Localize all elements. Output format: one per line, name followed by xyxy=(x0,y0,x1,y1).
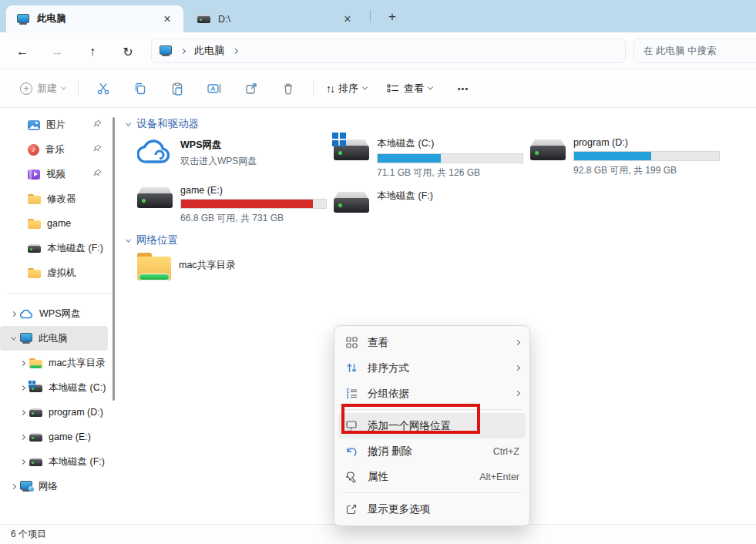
sidebar-item-videos[interactable]: 视频 xyxy=(0,162,122,186)
network-folder-icon xyxy=(137,253,171,280)
chevron-down-icon xyxy=(362,85,368,90)
close-tab-icon[interactable] xyxy=(339,11,356,28)
rename-button[interactable] xyxy=(196,75,233,102)
sidebar-item-this-pc[interactable]: 此电脑 xyxy=(0,326,108,351)
search-input[interactable] xyxy=(634,39,756,62)
menu-item-sort-by[interactable]: 排序方式 xyxy=(338,355,526,381)
view-label: 查看 xyxy=(404,82,424,96)
more-options-icon xyxy=(344,503,358,515)
sort-arrows-icon xyxy=(344,362,358,374)
pictures-icon xyxy=(28,120,40,130)
menu-item-view[interactable]: 查看 xyxy=(338,330,526,355)
rename-icon xyxy=(207,82,222,96)
shortcut-label: Alt+Enter xyxy=(479,472,519,482)
monitor-icon xyxy=(20,333,32,344)
submenu-chevron-icon xyxy=(515,391,520,396)
drive-tile-d[interactable]: program (D:) 92.8 GB 可用, 共 199 GB xyxy=(530,137,719,177)
sidebar-item-drive-d[interactable]: program (D:) xyxy=(0,400,122,425)
view-list-icon xyxy=(387,83,399,94)
sidebar-item-folder[interactable]: 虚拟机 xyxy=(0,260,122,285)
new-label: 新建 xyxy=(37,82,57,96)
menu-item-properties[interactable]: 属性 Alt+Enter xyxy=(338,464,526,489)
chevron-down-icon[interactable] xyxy=(10,334,15,340)
chevron-down-icon xyxy=(126,120,131,126)
drive-icon xyxy=(29,458,42,466)
section-devices-header[interactable]: 设备和驱动器 xyxy=(126,117,199,131)
sidebar-item-music[interactable]: 音乐 xyxy=(0,137,122,162)
new-button[interactable]: 新建 xyxy=(14,75,72,102)
drive-tile-f[interactable]: 本地磁盘 (F:) xyxy=(334,190,522,213)
drive-icon xyxy=(530,137,566,160)
sidebar-item-wps-cloud[interactable]: WPS网盘 xyxy=(0,301,122,326)
more-options-button[interactable] xyxy=(445,75,482,102)
chevron-right-icon[interactable] xyxy=(19,360,25,365)
disk-usage-bar xyxy=(573,151,720,161)
undo-icon xyxy=(344,445,358,458)
drive-tile-e[interactable]: game (E:) 66.8 GB 可用, 共 731 GB xyxy=(137,185,326,225)
menu-separator xyxy=(342,492,522,493)
share-button[interactable] xyxy=(233,75,270,102)
sidebar-scrollbar[interactable] xyxy=(113,117,115,401)
copy-button[interactable] xyxy=(122,75,159,102)
chevron-down-icon xyxy=(126,237,131,242)
address-bar[interactable]: 此电脑 xyxy=(151,39,626,63)
chevron-right-icon[interactable] xyxy=(19,458,25,464)
sidebar-item-drive-e[interactable]: game (E:) xyxy=(0,425,122,449)
file-explorer-window: 此电脑 D:\ 此电脑 新建 xyxy=(0,0,756,544)
drive-tile-c[interactable]: 本地磁盘 (C:) 71.1 GB 可用, 共 126 GB xyxy=(334,137,522,180)
menu-item-show-more-options[interactable]: 显示更多选项 xyxy=(338,496,526,522)
sidebar-item-drive-f[interactable]: 本地磁盘 (F:) xyxy=(0,236,122,260)
menu-item-undo-delete[interactable]: 撤消 删除 Ctrl+Z xyxy=(338,438,526,464)
share-icon xyxy=(244,82,258,96)
breadcrumb-this-pc[interactable]: 此电脑 xyxy=(194,44,224,58)
section-network-header[interactable]: 网络位置 xyxy=(126,233,178,247)
tab-label: 此电脑 xyxy=(37,12,159,25)
search-box[interactable] xyxy=(633,39,756,63)
network-location-tile[interactable]: mac共享目录 xyxy=(137,253,326,280)
paste-button[interactable] xyxy=(159,75,196,102)
tab-this-pc[interactable]: 此电脑 xyxy=(6,5,183,32)
chevron-right-icon[interactable] xyxy=(19,409,25,415)
sidebar-item-drive-f-tree[interactable]: 本地磁盘 (F:) xyxy=(0,449,122,474)
forward-button[interactable] xyxy=(47,42,67,62)
close-tab-icon[interactable] xyxy=(159,11,176,28)
grid-icon xyxy=(344,337,358,348)
drive-tile-wps[interactable]: WPS网盘 双击进入WPS网盘 xyxy=(137,139,326,168)
chevron-down-icon xyxy=(428,85,433,90)
sort-label: 排序 xyxy=(338,82,358,96)
menu-item-group-by[interactable]: 分组依据 xyxy=(338,381,526,406)
delete-button[interactable] xyxy=(270,75,307,102)
new-tab-button[interactable] xyxy=(381,7,404,27)
chevron-right-icon[interactable] xyxy=(10,483,15,489)
os-drive-icon xyxy=(334,137,369,160)
view-button[interactable]: 查看 xyxy=(381,75,438,102)
sort-button[interactable]: 排序 xyxy=(320,75,373,102)
status-bar: 6 个项目 xyxy=(0,524,756,544)
toolbar-separator xyxy=(78,80,79,97)
drive-icon xyxy=(29,433,42,442)
sidebar-item-drive-c[interactable]: 本地磁盘 (C:) xyxy=(0,375,122,400)
pin-icon xyxy=(93,144,102,153)
folder-icon xyxy=(28,219,41,229)
scissors-icon xyxy=(96,82,110,96)
up-button[interactable] xyxy=(82,42,102,62)
tab-drive-d[interactable]: D:\ xyxy=(186,5,364,32)
sidebar-item-pictures[interactable]: 图片 xyxy=(0,112,122,137)
chevron-right-icon[interactable] xyxy=(19,384,25,390)
music-icon xyxy=(28,144,39,156)
chevron-down-icon xyxy=(61,85,66,90)
cloud-icon xyxy=(20,309,33,319)
shortcut-label: Ctrl+Z xyxy=(493,446,519,457)
chevron-right-icon[interactable] xyxy=(10,311,15,316)
cut-button[interactable] xyxy=(85,75,122,102)
sidebar-item-mac-share[interactable]: mac共享目录 xyxy=(0,351,122,375)
back-button[interactable] xyxy=(12,42,32,62)
cloud-icon xyxy=(137,139,173,165)
submenu-chevron-icon xyxy=(515,340,520,345)
refresh-button[interactable] xyxy=(118,42,138,62)
sidebar-item-folder[interactable]: game xyxy=(0,211,122,236)
drive-icon xyxy=(137,185,173,208)
sidebar-item-folder[interactable]: 修改器 xyxy=(0,186,122,211)
chevron-right-icon[interactable] xyxy=(19,434,25,439)
sidebar-item-network[interactable]: 网络 xyxy=(0,474,122,499)
